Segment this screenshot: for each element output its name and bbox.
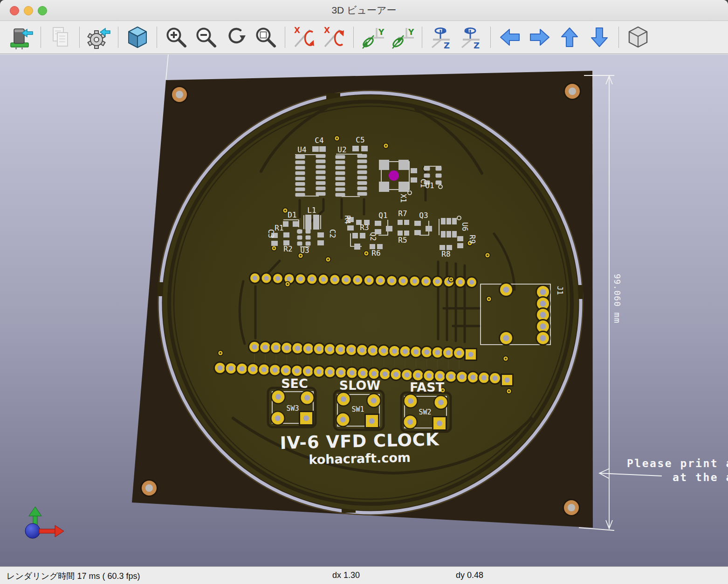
toolbar-separator xyxy=(353,27,354,48)
rotate-x-cw-button[interactable]: X xyxy=(320,23,349,52)
move-down-button[interactable] xyxy=(585,23,614,52)
arrow-up-icon xyxy=(562,28,577,47)
ref-r2: R2 xyxy=(283,244,292,253)
toolbar-separator xyxy=(490,27,491,48)
ref-j1: J1 xyxy=(556,286,564,295)
rotate-y-cw-icon: Y xyxy=(392,27,414,48)
ref-r4: R4 xyxy=(343,215,352,224)
ref-r9: R9 xyxy=(468,235,477,244)
move-right-button[interactable] xyxy=(525,23,554,52)
pcb-board: U4 C4 U2 C5 X1 xyxy=(163,95,578,510)
ref-u1: U1 xyxy=(425,181,434,190)
copy-icon xyxy=(53,27,68,46)
x-axis-arrow xyxy=(39,529,56,533)
toolbar-separator xyxy=(79,27,80,48)
zoom-out-icon xyxy=(198,29,215,47)
ref-c5: C5 xyxy=(356,136,364,144)
toolbar-separator xyxy=(285,27,285,48)
switch-label-fast: FAST xyxy=(410,380,445,394)
toolbar: X X Y Y xyxy=(0,21,728,54)
redraw-button[interactable] xyxy=(221,23,250,52)
rotate-x-ccw-button[interactable]: X xyxy=(290,23,319,52)
dy-status: dy 0.48 xyxy=(456,570,483,580)
toolbar-separator xyxy=(118,27,118,48)
rotate-z-cw-icon: Z xyxy=(462,28,480,49)
render-cube-icon xyxy=(129,27,146,48)
svg-text:Z: Z xyxy=(444,41,450,49)
zoom-fit-button[interactable] xyxy=(251,23,280,52)
origin-sphere xyxy=(25,523,40,538)
ref-x1: X1 xyxy=(399,194,408,203)
rotate-y-ccw-icon: Y xyxy=(362,27,385,48)
rotate-y-ccw-button[interactable]: Y xyxy=(358,23,387,52)
rotate-y-cw-button[interactable]: Y xyxy=(388,23,417,52)
dx-status: dx 1.30 xyxy=(332,570,360,580)
move-left-button[interactable] xyxy=(495,23,524,52)
3d-viewer-window: 3D ビューアー xyxy=(0,0,728,584)
zoom-in-button[interactable] xyxy=(162,23,191,52)
reload-board-button[interactable] xyxy=(7,23,36,52)
switch-label-sec: SEC xyxy=(281,376,308,391)
zoom-fit-icon xyxy=(257,29,275,47)
reload-board-icon xyxy=(11,29,33,49)
preferences-button[interactable] xyxy=(84,23,113,52)
window-title: 3D ビューアー xyxy=(0,0,728,20)
rotate-z-ccw-icon: Z xyxy=(432,28,450,49)
rotate-z-ccw-button[interactable]: Z xyxy=(427,23,456,52)
toolbar-separator xyxy=(157,27,157,48)
copy-image-button[interactable] xyxy=(46,23,75,52)
toolbar-separator xyxy=(618,27,619,48)
title-bar: 3D ビューアー xyxy=(0,0,728,21)
ref-c3: C3 xyxy=(267,229,275,238)
ref-r5: R5 xyxy=(398,236,407,244)
ref-r7: R7 xyxy=(398,209,407,218)
ref-r3: R3 xyxy=(360,223,369,232)
board-title: IV-6 VFD CLOCK xyxy=(280,429,440,453)
ref-l1: L1 xyxy=(307,206,316,215)
redraw-icon xyxy=(230,29,246,42)
ref-c4: C4 xyxy=(315,136,323,145)
ortho-cube-icon xyxy=(629,27,647,47)
ref-q3: Q3 xyxy=(419,211,428,220)
note-line2: at the arc xyxy=(673,471,728,483)
ref-u3: U3 xyxy=(300,246,309,255)
svg-text:X: X xyxy=(294,26,300,35)
status-bar: レンダリング時間 17 ms ( 60.3 fps) dx 1.30 dy 0.… xyxy=(0,566,728,584)
svg-text:Y: Y xyxy=(378,27,385,37)
ref-sw2: SW2 xyxy=(419,408,431,416)
ref-r1: R1 xyxy=(275,224,283,232)
switch-label-slow: SLOW xyxy=(339,378,380,393)
rotate-z-cw-button[interactable]: Z xyxy=(457,23,486,52)
svg-text:X: X xyxy=(324,26,330,35)
arrow-down-icon xyxy=(591,28,607,47)
ref-r6: R6 xyxy=(371,249,380,258)
rotate-x-ccw-icon: X xyxy=(294,26,314,47)
render-options-button[interactable] xyxy=(123,23,152,52)
svg-text:Z: Z xyxy=(474,41,480,49)
arrow-right-icon xyxy=(530,29,549,45)
move-up-button[interactable] xyxy=(555,23,584,52)
3d-viewport[interactable]: U4 C4 U2 C5 X1 xyxy=(0,54,728,566)
board-note: Please print a ma at the arc xyxy=(599,457,728,483)
toolbar-separator xyxy=(422,27,422,48)
arrow-left-icon xyxy=(501,29,519,45)
zoom-in-icon xyxy=(168,29,185,47)
ref-u2: U2 xyxy=(337,145,346,154)
rotate-x-cw-icon: X xyxy=(324,26,344,47)
ref-r8: R8 xyxy=(441,250,450,258)
ref-sw1: SW1 xyxy=(351,405,364,414)
ref-u4: U4 xyxy=(297,145,306,154)
ref-q1: Q1 xyxy=(378,211,387,220)
ortho-view-button[interactable] xyxy=(624,23,652,52)
render-time-status: レンダリング時間 17 ms ( 60.3 fps) xyxy=(7,570,140,582)
zoom-out-button[interactable] xyxy=(192,23,220,52)
axis-indicator xyxy=(25,507,64,538)
ref-sw3: SW3 xyxy=(286,404,299,413)
ref-u6: U6 xyxy=(460,222,469,231)
board-url: kohacraft.com xyxy=(309,450,411,467)
via-marker xyxy=(389,170,399,181)
ref-c2: C2 xyxy=(328,229,337,238)
dimension-label: 99.060 mm xyxy=(612,274,622,324)
toolbar-separator xyxy=(41,27,41,48)
svg-text:Y: Y xyxy=(408,27,414,37)
